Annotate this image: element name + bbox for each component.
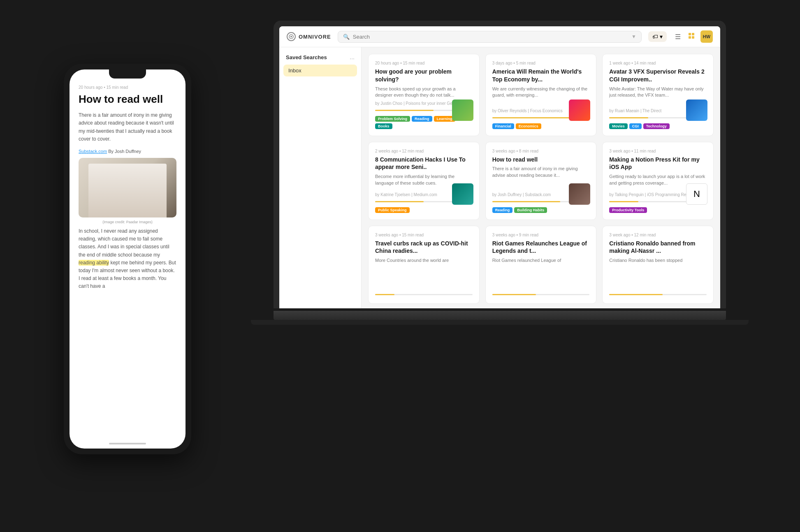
sidebar-more-button[interactable]: ...: [350, 54, 355, 60]
article-progress-bar-track: [609, 294, 707, 295]
svg-rect-3: [692, 33, 694, 35]
phone-source: Substack.com By Josh Duffney: [79, 149, 176, 154]
tag[interactable]: Economics: [516, 123, 541, 129]
tag[interactable]: Public Speaking: [375, 207, 410, 213]
laptop-base: [274, 311, 726, 320]
sidebar-item-inbox[interactable]: Inbox: [283, 65, 357, 76]
article-progress-fill: [609, 294, 663, 295]
phone-article-title: How to read well: [79, 93, 176, 106]
laptop-screen-outer: OMNIVORE 🔍 ▼ 🏷 ▾ ☰ HW: [274, 21, 726, 308]
article-meta: 3 days ago • 5 min read: [492, 61, 590, 65]
search-filter-button[interactable]: ▼: [631, 34, 636, 39]
article-tags: Reading Building Habits: [492, 207, 590, 213]
phone-article-content: 20 hours ago • 15 min read How to read w…: [70, 79, 186, 440]
article-title: 8 Communication Hacks I Use To appear mo…: [375, 156, 473, 171]
phone-highlighted-text: reading ability: [79, 260, 109, 266]
article-excerpt: More Countries around the world are: [375, 257, 473, 289]
tag[interactable]: Building Habits: [514, 207, 547, 213]
article-card[interactable]: 20 hours ago • 15 min read How good are …: [368, 54, 480, 136]
laptop-screen-inner: OMNIVORE 🔍 ▼ 🏷 ▾ ☰ HW: [279, 26, 720, 308]
article-title: How good are your problem solving?: [375, 68, 473, 83]
sidebar: Saved Searches ... Inbox: [279, 47, 362, 308]
article-title: Avatar 3 VFX Supervisor Reveals 2 CGI Im…: [609, 68, 707, 83]
tag[interactable]: Reading: [492, 207, 513, 213]
menu-button[interactable]: ☰: [673, 31, 682, 42]
svg-rect-4: [689, 36, 691, 39]
phone-article-body-1: There is a fair amount of irony in me gi…: [79, 111, 176, 143]
label-button[interactable]: 🏷 ▾: [648, 31, 667, 42]
sidebar-section-title: Saved Searches: [286, 54, 327, 60]
phone-device: 20 hours ago • 15 min read How to read w…: [64, 64, 191, 454]
logo-icon: [287, 32, 296, 41]
articles-grid: 20 hours ago • 15 min read How good are …: [368, 54, 714, 304]
sidebar-item-inbox-label: Inbox: [288, 67, 301, 74]
tag[interactable]: Books: [375, 123, 392, 129]
article-progress-fill: [492, 201, 561, 202]
article-card[interactable]: 2 weeks ago • 12 min read 8 Communicatio…: [368, 142, 480, 220]
article-excerpt: Riot Games relaunched League of: [492, 257, 590, 289]
phone-article-meta: 20 hours ago • 15 min read: [79, 85, 176, 90]
tag[interactable]: Problem Solving: [375, 116, 410, 122]
article-meta: 3 week ago • 12 min read: [609, 233, 707, 237]
article-tags: Financial Economics: [492, 123, 590, 129]
tag[interactable]: CGI: [629, 123, 642, 129]
laptop-foot: [251, 320, 749, 325]
phone-article-image: [79, 158, 176, 217]
article-title: Riot Games Relaunches League of Legends …: [492, 240, 590, 255]
avatar-button[interactable]: HW: [700, 30, 713, 43]
article-progress-bar-track: [492, 294, 590, 295]
article-excerpt: Cristiano Ronaldo has been stopped: [609, 257, 707, 289]
article-thumbnail: [569, 183, 590, 205]
article-card[interactable]: 1 week ago • 14 min read Avatar 3 VFX Su…: [602, 54, 714, 136]
article-card[interactable]: 3 week ago • 11 min read Making a Notion…: [602, 142, 714, 220]
article-thumbnail: N: [686, 183, 707, 205]
phone-home-bar: [109, 443, 146, 444]
article-progress-fill: [375, 201, 424, 202]
article-thumbnail: [452, 99, 473, 121]
article-card[interactable]: 3 weeks ago • 15 min read Travel curbs r…: [368, 226, 480, 304]
omnivore-logo: OMNIVORE: [287, 32, 331, 41]
article-card[interactable]: 3 weeks ago • 8 min read How to read wel…: [485, 142, 597, 220]
article-title: Cristiano Ronaldo banned from making Al-…: [609, 240, 707, 255]
article-meta: 1 week ago • 14 min read: [609, 61, 707, 65]
article-progress-fill: [492, 294, 536, 295]
article-progress-fill: [609, 201, 638, 202]
content-area[interactable]: 20 hours ago • 15 min read How good are …: [362, 47, 720, 308]
article-progress-fill: [492, 117, 570, 118]
article-excerpt: These books speed up your growth as a de…: [375, 86, 473, 99]
article-title: America Will Remain the World's Top Econ…: [492, 68, 590, 83]
article-progress-fill: [609, 117, 648, 118]
label-chevron: ▾: [660, 33, 663, 40]
article-tags: Public Speaking: [375, 207, 473, 213]
tag[interactable]: Reading: [412, 116, 432, 122]
label-icon: 🏷: [652, 33, 658, 40]
article-title: Making a Notion Press Kit for my iOS App: [609, 156, 707, 171]
article-meta: 3 weeks ago • 15 min read: [375, 233, 473, 237]
article-progress-bar-track: [375, 294, 473, 295]
phone-screen: 20 hours ago • 15 min read How to read w…: [70, 69, 186, 449]
search-input[interactable]: [353, 34, 628, 40]
phone-source-link[interactable]: Substack.com: [79, 149, 107, 154]
article-meta: 2 weeks ago • 12 min read: [375, 149, 473, 153]
phone-author-name: By Josh Duffney: [108, 149, 141, 154]
article-card[interactable]: 3 weeks ago • 9 min read Riot Games Rela…: [485, 226, 597, 304]
article-meta: 20 hours ago • 15 min read: [375, 61, 473, 65]
article-title: Travel curbs rack up as COVID-hit China …: [375, 240, 473, 255]
laptop-device: OMNIVORE 🔍 ▼ 🏷 ▾ ☰ HW: [274, 21, 726, 341]
grid-view-button[interactable]: [686, 31, 696, 42]
article-progress-fill: [375, 294, 394, 295]
svg-point-1: [290, 36, 292, 37]
tag[interactable]: Productivity Tools: [609, 207, 647, 213]
header-actions: ☰ HW: [673, 30, 713, 43]
article-card[interactable]: 3 week ago • 12 min read Cristiano Ronal…: [602, 226, 714, 304]
search-bar[interactable]: 🔍 ▼: [338, 31, 642, 43]
phone-notch: [109, 69, 146, 79]
tag[interactable]: Financial: [492, 123, 514, 129]
article-thumbnail: [686, 99, 707, 121]
article-thumbnail: [452, 183, 473, 205]
tag[interactable]: Movies: [609, 123, 628, 129]
tag[interactable]: Technology: [643, 123, 670, 129]
search-icon: 🔍: [343, 34, 350, 40]
article-tags: Productivity Tools: [609, 207, 707, 213]
article-card[interactable]: 3 days ago • 5 min read America Will Rem…: [485, 54, 597, 136]
